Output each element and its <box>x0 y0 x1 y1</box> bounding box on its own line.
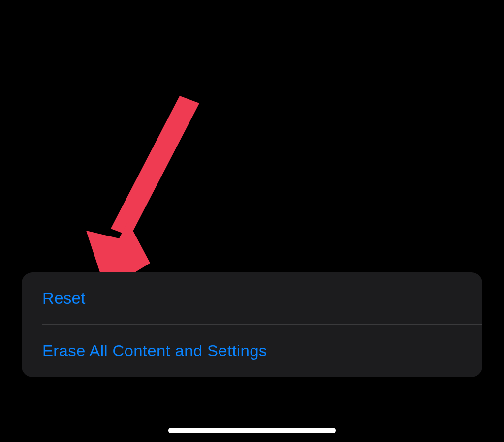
home-indicator[interactable] <box>168 428 336 433</box>
reset-menu-panel: Reset Erase All Content and Settings <box>22 272 482 377</box>
annotation-arrow-icon <box>86 96 204 283</box>
svg-marker-0 <box>111 96 199 236</box>
erase-all-label: Erase All Content and Settings <box>42 342 267 360</box>
reset-label: Reset <box>42 289 86 307</box>
erase-all-button[interactable]: Erase All Content and Settings <box>22 325 482 377</box>
reset-button[interactable]: Reset <box>22 272 482 324</box>
